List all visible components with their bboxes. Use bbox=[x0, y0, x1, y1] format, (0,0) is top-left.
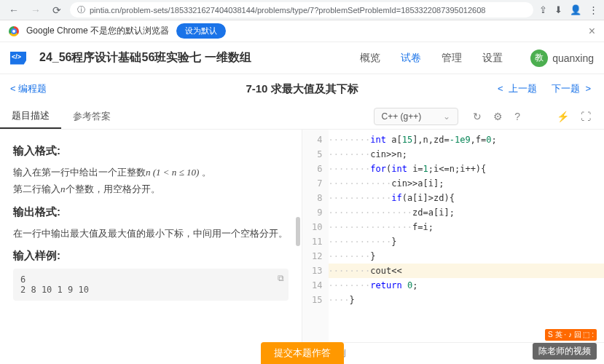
avatar: 教 bbox=[530, 50, 548, 67]
copy-icon[interactable]: ⧉ bbox=[278, 273, 284, 283]
user-menu[interactable]: 教 quanxing bbox=[530, 50, 594, 67]
line-gutter: 456789101112131415 bbox=[302, 130, 329, 342]
next-problem-link[interactable]: 下一题 > bbox=[549, 83, 591, 94]
sample-input-box: ⧉ 6 2 8 10 1 9 10 bbox=[13, 269, 289, 301]
chrome-icon bbox=[9, 26, 19, 36]
forward-icon[interactable]: → bbox=[28, 3, 44, 17]
ime-indicator: S 英 · ♪ 回 ⬚ : bbox=[545, 329, 597, 341]
infobar-text: Google Chrome 不是您的默认浏览器 bbox=[26, 25, 169, 37]
output-format-text: 在一行中输出最大值及最大值的最小下标，中间用一个空格分开。 bbox=[13, 225, 289, 242]
tab-settings[interactable]: 设置 bbox=[482, 52, 503, 65]
browser-toolbar: ← → ⟳ ⓘ pintia.cn/problem-sets/185332162… bbox=[0, 0, 604, 20]
language-select[interactable]: C++ (g++) ⌄ bbox=[374, 108, 459, 125]
input-format-heading: 输入格式: bbox=[13, 144, 289, 158]
tab-overview[interactable]: 概览 bbox=[360, 52, 380, 65]
reload-icon[interactable]: ⟳ bbox=[50, 3, 64, 17]
code-content[interactable]: ········int a[15],n,zd=-1e9,f=0;········… bbox=[329, 130, 605, 342]
address-bar[interactable]: ⓘ pintia.cn/problem-sets/185332162740403… bbox=[70, 2, 533, 17]
sample-input-heading: 输入样例: bbox=[13, 249, 289, 263]
chevron-down-icon: ⌄ bbox=[443, 111, 450, 122]
close-icon[interactable]: × bbox=[589, 25, 595, 38]
help-icon[interactable]: ? bbox=[510, 108, 525, 125]
submit-button[interactable]: 提交本题作答 bbox=[261, 342, 344, 364]
problem-nav: < 编程题 7-10 求最大值及其下标 < 上一题 下一题 > bbox=[0, 74, 604, 103]
breadcrumb[interactable]: < 编程题 bbox=[10, 82, 47, 95]
problem-title: 7-10 求最大值及其下标 bbox=[246, 82, 358, 96]
site-info-icon[interactable]: ⓘ bbox=[77, 4, 85, 15]
language-label: C++ (g++) bbox=[382, 111, 422, 122]
menu-icon[interactable]: ⋮ bbox=[589, 4, 598, 15]
video-watermark: 陈老师的视频 bbox=[533, 343, 597, 360]
page-title: 24_56程序设计基础56班实验七 一维数组 bbox=[39, 50, 251, 66]
tab-exam[interactable]: 试卷 bbox=[401, 52, 421, 65]
share-icon[interactable]: ⇪ bbox=[539, 4, 547, 15]
url-text: pintia.cn/problem-sets/18533216274040381… bbox=[90, 6, 485, 15]
ai-icon[interactable]: ⚡ bbox=[552, 108, 573, 125]
download-icon[interactable]: ⬇ bbox=[554, 4, 562, 15]
page-header: 24_56程序设计基础56班实验七 一维数组 概览 试卷 管理 设置 教 qua… bbox=[0, 42, 604, 74]
history-icon[interactable]: ↻ bbox=[468, 108, 486, 125]
site-logo-icon[interactable] bbox=[10, 52, 26, 65]
set-default-button[interactable]: 设为默认 bbox=[176, 23, 226, 39]
prev-problem-link[interactable]: < 上一题 bbox=[498, 83, 540, 94]
tab-description[interactable]: 题目描述 bbox=[0, 103, 61, 129]
username: quanxing bbox=[552, 52, 594, 64]
default-browser-infobar: Google Chrome 不是您的默认浏览器 设为默认 × bbox=[0, 20, 604, 42]
fullscreen-icon[interactable]: ⛶ bbox=[576, 108, 595, 125]
problem-panel: 输入格式: 输入在第一行中给出一个正整数n (1 < n ≤ 10) 。 第二行… bbox=[0, 130, 302, 364]
profile-icon[interactable]: 👤 bbox=[570, 4, 581, 15]
content-tabs: 题目描述 参考答案 C++ (g++) ⌄ ↻ ⚙ ? ⚡ ⛶ bbox=[0, 103, 604, 130]
output-format-heading: 输出格式: bbox=[13, 205, 289, 219]
main-content: 输入格式: 输入在第一行中给出一个正整数n (1 < n ≤ 10) 。 第二行… bbox=[0, 130, 604, 364]
code-editor[interactable]: 456789101112131415 ········int a[15],n,z… bbox=[302, 130, 605, 342]
back-icon[interactable]: ← bbox=[6, 3, 22, 17]
scrollbar[interactable] bbox=[296, 217, 300, 246]
tab-manage[interactable]: 管理 bbox=[442, 52, 462, 65]
input-format-text: 输入在第一行中给出一个正整数n (1 < n ≤ 10) 。 第二行输入n个整数… bbox=[13, 164, 289, 198]
gear-icon[interactable]: ⚙ bbox=[489, 108, 507, 125]
tab-answer[interactable]: 参考答案 bbox=[61, 103, 122, 129]
